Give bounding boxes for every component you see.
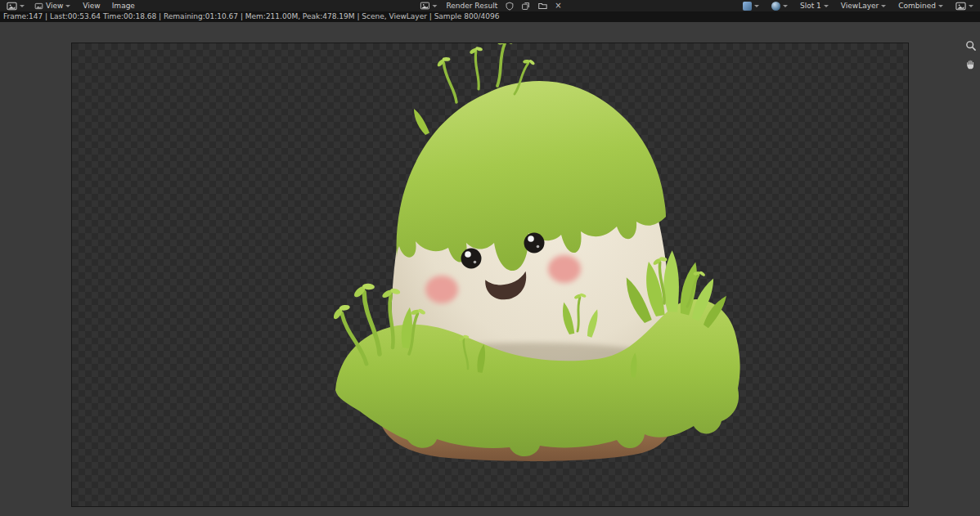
chevron-down-icon <box>824 5 829 7</box>
open-image-button[interactable] <box>536 1 549 11</box>
chevron-down-icon <box>783 5 788 7</box>
fake-user-button[interactable] <box>503 1 515 11</box>
chevron-down-icon <box>65 5 70 7</box>
zoom-button[interactable] <box>964 39 978 52</box>
header-right-controls: Slot 1 ViewLayer Combined <box>739 1 977 11</box>
magnifier-icon <box>965 40 977 52</box>
view-layer-label: ViewLayer <box>841 2 879 10</box>
hand-icon <box>965 59 977 70</box>
mode-dropdown[interactable]: View <box>31 1 74 11</box>
chevron-down-icon <box>938 5 943 7</box>
unlink-button[interactable]: × <box>553 1 563 11</box>
channels-icon <box>743 2 752 11</box>
image-editor-viewport[interactable] <box>0 22 980 516</box>
chevron-down-icon <box>881 5 886 7</box>
sphere-icon <box>771 2 780 11</box>
browse-image-button[interactable] <box>416 1 440 11</box>
image-icon <box>955 1 966 11</box>
render-result-image <box>72 43 908 506</box>
display-channels-button[interactable] <box>739 1 762 11</box>
image-datablock-selector: Render Result × <box>416 0 563 11</box>
menu-image[interactable]: Image <box>106 0 141 11</box>
pan-button[interactable] <box>964 58 978 71</box>
chevron-down-icon <box>20 5 25 7</box>
render-result-canvas[interactable] <box>72 43 908 506</box>
image-editor-header: View View Image Render Result <box>0 0 980 11</box>
render-pass-dropdown[interactable]: Combined <box>895 1 946 11</box>
image-browse-icon <box>420 1 429 11</box>
image-editor-icon <box>7 1 17 11</box>
render-status-bar: Frame:147 | Last:00:53.64 Time:00:18.68 … <box>0 11 980 22</box>
viewport-gizmos <box>964 39 978 71</box>
render-status-text: Frame:147 | Last:00:53.64 Time:00:18.68 … <box>3 12 499 20</box>
render-slot-label: Slot 1 <box>800 2 821 10</box>
view-layer-dropdown[interactable]: ViewLayer <box>838 1 889 11</box>
scene-sphere-button[interactable] <box>768 1 791 11</box>
new-image-button[interactable] <box>519 1 532 11</box>
menu-view[interactable]: View <box>77 0 106 11</box>
view-mode-icon <box>34 2 43 11</box>
image-settings-button[interactable] <box>952 1 977 11</box>
cheek-left <box>425 276 458 303</box>
image-name: Render Result <box>444 2 499 10</box>
chevron-down-icon <box>754 5 759 7</box>
character <box>329 43 740 461</box>
mode-dropdown-label: View <box>46 2 63 10</box>
render-pass-label: Combined <box>898 2 936 10</box>
editor-type-button[interactable] <box>3 1 28 11</box>
chevron-down-icon <box>432 5 437 7</box>
chevron-down-icon <box>969 5 973 7</box>
cheek-right <box>548 255 581 283</box>
render-slot-dropdown[interactable]: Slot 1 <box>797 1 832 11</box>
eye-right <box>524 233 545 254</box>
eye-left <box>461 249 482 269</box>
